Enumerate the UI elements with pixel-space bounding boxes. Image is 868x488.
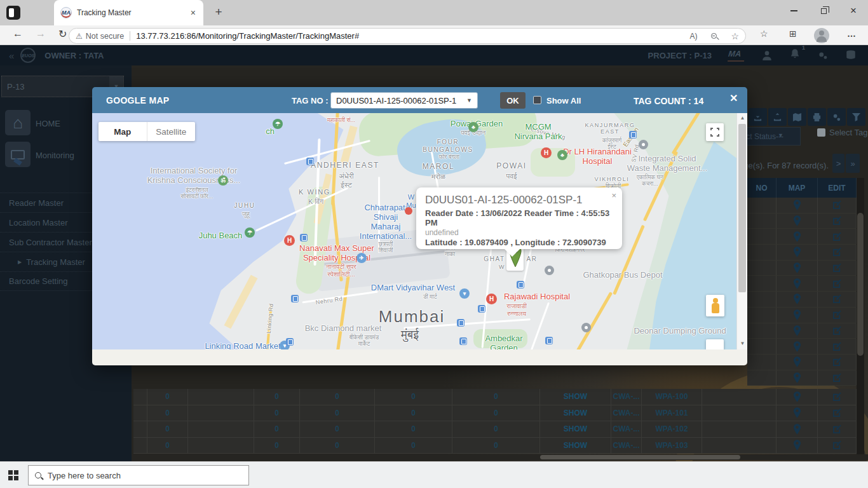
zoom-out-icon[interactable] — [711, 33, 717, 39]
modal-map-scrollbar[interactable]: ▲ ▼ — [736, 113, 747, 349]
edit-icon[interactable] — [818, 389, 857, 405]
sidebar-item-home[interactable]: HOME — [36, 119, 60, 128]
notifications-bell-icon[interactable]: 1 — [789, 48, 801, 62]
collapse-sidebar-icon[interactable]: « — [9, 50, 13, 61]
browser-tab[interactable]: MA Tracking Master × — [54, 0, 203, 25]
forward-button[interactable]: → — [36, 28, 46, 39]
not-secure-label[interactable]: Not secure — [86, 32, 124, 41]
address-bar[interactable]: ⚠ Not secure 13.77.73.216:86/Monitoring/… — [69, 28, 746, 44]
import-button[interactable] — [768, 108, 787, 126]
window-close-button[interactable]: × — [839, 0, 868, 22]
browser-menu-icon[interactable]: … — [847, 29, 856, 39]
edit-icon[interactable] — [818, 261, 857, 276]
map-pin-icon[interactable] — [776, 339, 818, 354]
show-link[interactable]: SHOW — [540, 405, 611, 421]
edit-icon[interactable] — [818, 323, 857, 339]
edit-icon[interactable] — [818, 405, 857, 421]
ok-button[interactable]: OK — [500, 92, 526, 109]
home-icon[interactable]: ⌂ — [5, 110, 31, 135]
print-button[interactable] — [808, 108, 826, 126]
map-pin-icon[interactable] — [776, 292, 818, 307]
new-tab-button[interactable]: + — [211, 5, 226, 19]
table-cell: 0 — [254, 405, 300, 421]
edit-icon[interactable] — [818, 292, 857, 307]
vertical-scrollbar[interactable] — [857, 178, 864, 454]
edit-icon[interactable] — [818, 245, 857, 260]
edit-icon[interactable] — [818, 355, 857, 370]
edit-icon[interactable] — [818, 421, 857, 437]
owner-label: OWNER : TATA — [44, 51, 104, 60]
export-button[interactable] — [749, 108, 767, 126]
profile-avatar[interactable] — [814, 28, 829, 43]
map-type-satellite-button[interactable]: Satellite — [147, 122, 196, 141]
modal-close-icon[interactable]: ✕ — [729, 92, 738, 104]
sidebar-item-monitoring[interactable]: Monitoring — [36, 151, 74, 160]
map-label: Nehru Rd — [315, 295, 343, 306]
info-close-icon[interactable]: × — [611, 191, 616, 200]
map-button[interactable] — [788, 108, 806, 126]
user-icon[interactable] — [761, 50, 773, 61]
tag-select[interactable]: D0UUS01-AI-125-00062-01SP-1 ▼ — [330, 92, 478, 109]
settings-gears-icon[interactable] — [817, 50, 829, 61]
map-label: Integrated SolidWaste Management... — [627, 154, 708, 173]
database-icon[interactable] — [845, 50, 857, 61]
monitoring-icon[interactable] — [5, 142, 31, 167]
map-pin-icon[interactable] — [776, 198, 818, 213]
edit-icon[interactable] — [818, 308, 857, 323]
edit-icon[interactable] — [818, 229, 857, 244]
map-pin-icon[interactable] — [776, 323, 818, 339]
edit-icon[interactable] — [818, 198, 857, 213]
street-view-pegman-icon[interactable] — [706, 295, 724, 316]
map-pin-icon[interactable] — [776, 355, 818, 370]
scroll-down-icon[interactable]: ▼ — [737, 341, 748, 346]
url-text[interactable]: 13.77.73.216:86/Monitoring/TrackingMaste… — [136, 31, 359, 41]
horizontal-scrollbar[interactable] — [133, 454, 868, 460]
map-canvas[interactable]: chFOURBUNGALOWSफोर बंगलाVersova MargSV R… — [92, 113, 736, 349]
map-pin-icon[interactable] — [776, 214, 818, 229]
table-settings-button[interactable] — [827, 108, 846, 126]
edit-icon[interactable] — [818, 214, 857, 229]
workspaces-icon[interactable] — [6, 6, 20, 20]
map-pin-icon[interactable] — [776, 421, 818, 437]
ma-logo: MA — [728, 49, 745, 62]
search-icon — [35, 472, 41, 478]
collections-icon[interactable]: ⊞ — [789, 29, 797, 39]
favorites-bar-icon[interactable]: ☆ — [760, 29, 768, 39]
edit-icon[interactable] — [818, 438, 857, 454]
select-tag-checkbox[interactable] — [817, 128, 825, 137]
map-pin-icon[interactable] — [776, 229, 818, 244]
pager-last-button[interactable]: » — [846, 154, 860, 173]
map-type-map-button[interactable]: Map — [98, 122, 147, 141]
map-pin-icon[interactable] — [776, 245, 818, 260]
window-restore-button[interactable] — [809, 0, 838, 22]
map-pin-icon[interactable] — [776, 276, 818, 291]
map-pin-icon[interactable] — [776, 438, 818, 454]
tab-close-icon[interactable]: × — [189, 8, 197, 18]
map-pin-icon[interactable] — [776, 389, 818, 405]
edit-icon[interactable] — [818, 339, 857, 354]
edit-icon[interactable] — [818, 370, 857, 386]
refresh-button[interactable]: ↻ — [58, 28, 67, 40]
show-link[interactable]: SHOW — [540, 389, 611, 405]
windows-start-icon[interactable] — [8, 470, 18, 480]
map-zoom-control[interactable] — [706, 339, 724, 349]
edit-icon[interactable] — [818, 276, 857, 291]
window-minimize-button[interactable] — [779, 0, 808, 22]
filter-button[interactable] — [847, 108, 865, 126]
favorite-star-icon[interactable]: ☆ — [731, 31, 739, 41]
show-link[interactable]: SHOW — [540, 438, 611, 454]
map-pin-icon[interactable] — [776, 261, 818, 276]
table-cell: 0 — [147, 405, 188, 421]
map-pin-icon[interactable] — [776, 370, 818, 386]
read-aloud-icon[interactable]: A) — [689, 32, 697, 41]
map-pin-icon[interactable] — [776, 405, 818, 421]
airport-marker: ✈ — [356, 253, 367, 263]
map-pin-icon[interactable] — [776, 308, 818, 323]
back-button[interactable]: ← — [13, 28, 23, 39]
fullscreen-icon[interactable] — [706, 123, 724, 141]
pager-next-button[interactable]: > — [832, 154, 844, 173]
show-link[interactable]: SHOW — [540, 421, 611, 437]
show-all-checkbox[interactable] — [533, 96, 541, 104]
scroll-up-icon[interactable]: ▲ — [737, 115, 748, 121]
taskbar-search-input[interactable]: Type here to search — [28, 465, 249, 485]
